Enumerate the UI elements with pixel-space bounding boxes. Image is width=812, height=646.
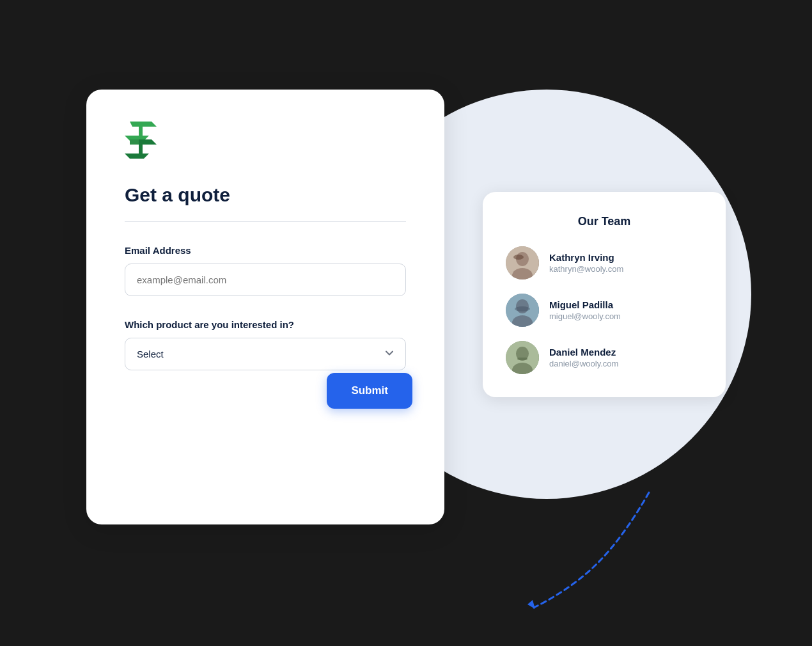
submit-button[interactable]: Submit: [327, 373, 412, 409]
product-label: Which product are you interested in?: [125, 319, 406, 330]
team-card: Our Team Kathryn Irving kathryn@wooly.co…: [483, 192, 726, 397]
product-select[interactable]: Select: [125, 338, 406, 370]
member-name-daniel: Daniel Mendez: [549, 347, 618, 358]
avatar-kathryn: [506, 246, 539, 280]
svg-rect-11: [517, 358, 527, 360]
team-member-miguel: Miguel Padilla miguel@wooly.com: [506, 294, 703, 327]
avatar-miguel: [506, 294, 539, 327]
form-title: Get a quote: [125, 184, 406, 206]
member-info-kathryn: Kathryn Irving kathryn@wooly.com: [549, 252, 623, 274]
select-wrapper: Select: [125, 338, 406, 370]
member-name-miguel: Miguel Padilla: [549, 299, 621, 310]
form-divider: [125, 221, 406, 222]
svg-point-7: [515, 306, 530, 311]
member-email-daniel: daniel@wooly.com: [549, 359, 618, 368]
email-field-group: Email Address: [125, 245, 406, 319]
product-field-group: Which product are you interested in? Sel…: [125, 319, 406, 370]
email-label: Email Address: [125, 245, 406, 256]
team-member-kathryn: Kathryn Irving kathryn@wooly.com: [506, 246, 703, 280]
team-title: Our Team: [506, 215, 703, 228]
member-name-kathryn: Kathryn Irving: [549, 252, 623, 263]
scene: Get a quote Email Address Which product …: [86, 51, 726, 595]
avatar-daniel: [506, 341, 539, 374]
member-info-daniel: Daniel Mendez daniel@wooly.com: [549, 347, 618, 368]
logo: [125, 122, 406, 161]
svg-point-3: [513, 255, 524, 260]
member-info-miguel: Miguel Padilla miguel@wooly.com: [549, 299, 621, 321]
form-card: Get a quote Email Address Which product …: [86, 90, 444, 524]
member-email-kathryn: kathryn@wooly.com: [549, 264, 623, 274]
email-input[interactable]: [125, 264, 406, 296]
team-member-daniel: Daniel Mendez daniel@wooly.com: [506, 341, 703, 374]
member-email-miguel: miguel@wooly.com: [549, 311, 621, 321]
dashed-arrow: [496, 486, 662, 614]
